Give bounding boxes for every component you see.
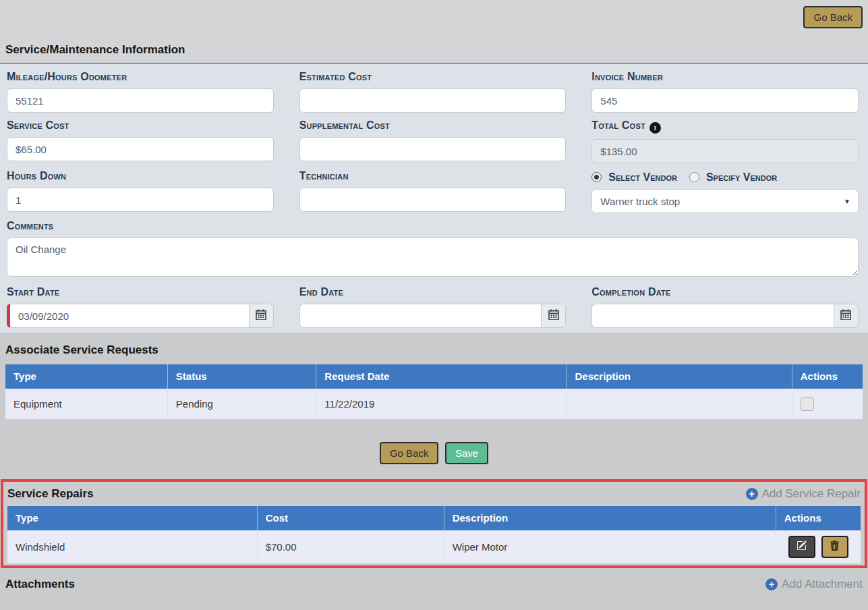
trash-icon	[830, 540, 840, 554]
attachments-title: Attachments	[5, 578, 75, 591]
technician-label: Technician	[299, 170, 567, 182]
page-title: Service/Maintenance Information	[5, 43, 185, 57]
column-header: Actions	[792, 364, 863, 389]
table-row: Equipment Pending 11/22/2019	[5, 389, 863, 420]
go-back-button[interactable]: Go Back	[380, 442, 439, 464]
delete-repair-button[interactable]	[821, 536, 848, 558]
service-repairs-table: Type Cost Description Actions Windshield…	[7, 506, 861, 564]
column-header: Description	[444, 506, 776, 530]
service-requests-title: Associate Service Requests	[5, 343, 863, 357]
end-date-calendar-button[interactable]	[541, 304, 566, 328]
service-repairs-section: Service Repairs + Add Service Repair Typ…	[1, 479, 867, 568]
info-icon[interactable]: i	[649, 122, 661, 134]
technician-field-group: Technician	[299, 170, 567, 213]
completion-date-field-group: Completion Date	[591, 286, 859, 328]
end-date-field-group: End Date	[299, 286, 567, 328]
total-cost-input	[591, 139, 859, 163]
technician-input[interactable]	[299, 188, 567, 212]
vendor-select[interactable]: Warner truck stop ▼	[591, 189, 859, 213]
cell-cost: $70.00	[258, 530, 444, 563]
supplemental-cost-input[interactable]	[299, 137, 567, 161]
add-attachment-label: Add Attachment	[782, 578, 863, 591]
service-repairs-header-row: Type Cost Description Actions	[7, 506, 861, 530]
cell-request-date: 11/22/2019	[316, 389, 567, 419]
form-actions: Go Back Save	[0, 442, 868, 464]
invoice-number-field-group: Invoice Number	[591, 71, 859, 113]
start-date-calendar-button[interactable]	[249, 304, 274, 328]
column-header: Description	[567, 364, 792, 389]
cell-description: Wiper Motor	[444, 530, 776, 563]
table-row: Windshield $70.00 Wiper Motor	[7, 530, 861, 564]
supplemental-cost-label: Supplemental Cost	[299, 119, 567, 132]
supplemental-cost-field-group: Supplemental Cost	[299, 119, 567, 163]
add-attachment-link[interactable]: + Add Attachment	[765, 578, 863, 591]
column-header: Request Date	[316, 364, 567, 389]
completion-date-label: Completion Date	[591, 286, 859, 298]
service-requests-table: Type Status Request Date Description Act…	[5, 364, 863, 420]
completion-date-input[interactable]	[591, 304, 834, 328]
comments-textarea[interactable]: Oil Change	[7, 238, 859, 277]
column-header: Type	[7, 506, 258, 530]
go-back-button-top[interactable]: Go Back	[803, 6, 863, 28]
estimated-cost-field-group: Estimated Cost	[299, 71, 567, 113]
calendar-icon	[840, 309, 851, 323]
cell-type: Windshield	[7, 530, 258, 563]
column-header: Cost	[258, 506, 444, 530]
plus-icon: +	[746, 488, 758, 500]
vendor-field-group: Select Vendor Specify Vendor Warner truc…	[591, 170, 859, 213]
specify-vendor-radio-label: Specify Vendor	[706, 171, 777, 184]
service-repairs-title: Service Repairs	[7, 487, 94, 501]
estimated-cost-label: Estimated Cost	[299, 71, 567, 83]
column-header: Type	[5, 364, 168, 389]
vendor-select-value: Warner truck stop	[600, 196, 680, 207]
cell-status: Pending	[168, 389, 317, 419]
service-cost-label: Service Cost	[7, 119, 274, 132]
cell-description	[567, 389, 792, 419]
hours-down-field-group: Hours Down	[7, 170, 274, 213]
select-vendor-radio[interactable]	[591, 172, 602, 182]
specify-vendor-radio[interactable]	[689, 172, 699, 182]
calendar-icon	[256, 309, 266, 323]
comments-field-group: Comments Oil Change	[7, 220, 859, 279]
comments-label: Comments	[7, 220, 859, 232]
edit-repair-button[interactable]	[788, 536, 815, 558]
cell-type: Equipment	[5, 389, 168, 419]
page-header: Go Back Service/Maintenance Information	[0, 0, 868, 64]
column-header: Actions	[776, 506, 861, 530]
invoice-number-label: Invoice Number	[591, 71, 859, 83]
hours-down-label: Hours Down	[7, 170, 274, 182]
column-header: Status	[168, 364, 317, 389]
start-date-field-group: Start Date	[7, 286, 274, 328]
total-cost-field-group: Total Costi	[591, 119, 859, 163]
hours-down-input[interactable]	[7, 188, 274, 212]
end-date-label: End Date	[299, 286, 567, 298]
row-select-checkbox[interactable]	[801, 397, 814, 411]
total-cost-label: Total Costi	[591, 119, 859, 134]
add-service-repair-label: Add Service Repair	[762, 487, 861, 501]
edit-icon	[797, 540, 807, 554]
attachments-section-header: Attachments + Add Attachment	[5, 578, 863, 591]
dropdown-arrow-icon: ▼	[844, 198, 850, 205]
mileage-input[interactable]	[7, 88, 274, 113]
service-cost-field-group: Service Cost	[7, 119, 274, 163]
select-vendor-radio-label: Select Vendor	[608, 171, 677, 184]
estimated-cost-input[interactable]	[299, 88, 567, 113]
invoice-number-input[interactable]	[591, 88, 859, 113]
total-cost-label-text: Total Cost	[591, 119, 645, 131]
service-requests-header-row: Type Status Request Date Description Act…	[5, 364, 863, 389]
calendar-icon	[548, 309, 559, 323]
completion-date-calendar-button[interactable]	[834, 304, 859, 328]
start-date-input[interactable]	[7, 304, 249, 328]
service-cost-input[interactable]	[7, 137, 274, 161]
save-button[interactable]: Save	[445, 442, 488, 464]
mileage-label: Mileage/Hours Odometer	[7, 71, 274, 83]
start-date-label: Start Date	[7, 286, 274, 298]
mileage-field-group: Mileage/Hours Odometer	[7, 71, 274, 113]
service-info-panel: Mileage/Hours Odometer Estimated Cost In…	[0, 64, 868, 333]
plus-icon: +	[765, 578, 778, 590]
add-service-repair-link[interactable]: + Add Service Repair	[746, 487, 861, 501]
end-date-input[interactable]	[299, 304, 542, 328]
